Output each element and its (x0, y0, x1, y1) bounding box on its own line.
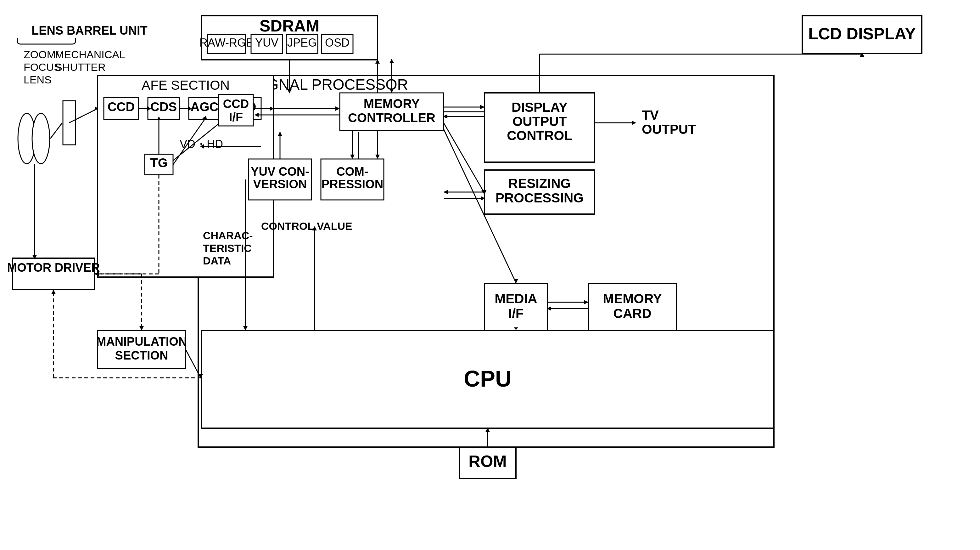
characteristic-data-label3: DATA (203, 255, 231, 267)
motor-driver-label: MOTOR DRIVER (7, 261, 100, 274)
yuv-conversion-label: YUV CON- (251, 165, 309, 178)
tg-label: TG (150, 156, 168, 170)
zoom-focus-lens-label: ZOOM/ (24, 48, 59, 61)
lcd-display-label: LCD DISPLAY (808, 25, 916, 43)
media-if-label2: I/F (508, 306, 524, 321)
compression-label2: PRESSION (321, 178, 383, 191)
signal-processor-label: SIGNAL PROCESSOR (253, 76, 408, 93)
resizing-processing-label2: PROCESSING (495, 190, 584, 205)
characteristic-data-label2: TERISTIC (203, 242, 252, 254)
ccd-label: CCD (108, 100, 135, 114)
zoom-focus-lens-label3: LENS (24, 74, 52, 86)
jpeg-label: JPEG (287, 36, 317, 49)
sdram-label: SDRAM (259, 17, 320, 35)
display-output-control-label3: CONTROL (507, 128, 572, 143)
mechanical-shutter-label: MECHANICAL (55, 48, 125, 61)
mechanical-shutter-label2: SHUTTER (55, 61, 106, 73)
memory-card-label2: CARD (613, 306, 651, 321)
manipulation-section-label: MANIPULATION (96, 335, 187, 348)
memory-card-label: MEMORY (603, 291, 662, 306)
svg-point-90 (32, 113, 50, 164)
display-output-control-label2: OUTPUT (512, 114, 567, 129)
memory-controller-label: MEMORY (364, 97, 420, 110)
ccd-if-label2: I/F (229, 110, 243, 124)
yuv-sdram-label: YUV (255, 36, 278, 49)
control-value-label: CONTROL VALUE (261, 220, 352, 232)
compression-label: COM- (336, 165, 368, 178)
block-diagram: SDRAM RAW-RGB YUV JPEG OSD LCD DISPLAY S… (0, 0, 980, 550)
lens-barrel-unit-label: LENS BARREL UNIT (32, 24, 148, 37)
afe-section-label: AFE SECTION (142, 78, 230, 92)
cds-label: CDS (150, 100, 177, 114)
raw-rgb-label: RAW-RGB (199, 36, 254, 49)
vd-hd-label: VD・HD (180, 137, 223, 150)
manipulation-section-label2: SECTION (115, 349, 168, 362)
resizing-processing-label: RESIZING (508, 176, 571, 191)
osd-label: OSD (325, 36, 350, 49)
ccd-if-label: CCD (223, 97, 249, 110)
rom-label: ROM (468, 452, 506, 470)
tv-output-label2: OUTPUT (642, 122, 696, 137)
media-if-label: MEDIA (495, 291, 537, 306)
cpu-label: CPU (464, 366, 512, 391)
yuv-conversion-label2: VERSION (253, 178, 307, 191)
tv-output-label: TV (642, 108, 659, 123)
memory-controller-label2: CONTROLLER (348, 111, 436, 125)
agc-label: AGC (191, 100, 219, 114)
display-output-control-label: DISPLAY (512, 100, 568, 115)
